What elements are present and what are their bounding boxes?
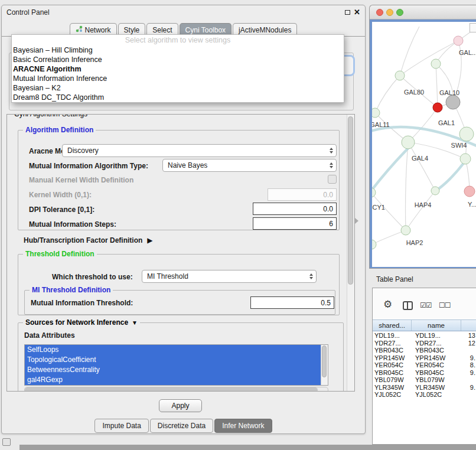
sources-legend: Sources for Network Inference <box>25 318 128 327</box>
network-node[interactable] <box>431 59 441 69</box>
tab-infer-network[interactable]: Infer Network <box>214 419 272 433</box>
network-node-hap4[interactable] <box>431 187 439 195</box>
dropdown-item-selected[interactable]: ARACNE Algorithm <box>12 64 344 74</box>
minimized-panel-icon[interactable] <box>2 438 11 446</box>
column-header-name[interactable]: name <box>412 320 461 331</box>
dropdown-item[interactable]: Dream8 DC_TDC Algorithm <box>12 93 344 102</box>
dpi-tolerance-label: DPI Tolerance [0,1]: <box>29 206 94 214</box>
network-canvas[interactable]: GAL... GAL80 GAL10 GAL11 GAL1 SWI4 GAL4 … <box>370 19 476 269</box>
mi-threshold-legend: MI Threshold Definition <box>30 286 113 294</box>
cell: YBR043C <box>373 347 412 354</box>
hub-definition-label: Hub/Transcription Factor Definition <box>24 236 142 244</box>
column-header-shared-name[interactable]: shared... <box>373 320 412 331</box>
scrollbar-thumb[interactable] <box>25 387 318 392</box>
table-row[interactable]: YDL19...YDL19...13 <box>373 332 476 340</box>
network-node[interactable] <box>464 186 475 197</box>
cell: YDR27... <box>373 340 412 347</box>
combo-stepper-icon <box>330 148 333 154</box>
list-horizontal-scrollbar[interactable] <box>24 387 328 392</box>
select-all-icon[interactable]: ☑☑ <box>420 301 432 309</box>
canvas-scrollbar[interactable] <box>470 23 476 32</box>
hub-definition-toggle[interactable]: Hub/Transcription Factor Definition ▶ <box>24 236 153 244</box>
dropdown-placeholder: Select algorithm to view settings <box>12 36 344 45</box>
mi-type-label: Mutual Information Algorithm Type: <box>29 162 148 170</box>
columns-icon[interactable] <box>403 301 413 310</box>
gear-icon[interactable]: ⚙ <box>383 298 392 311</box>
network-node-gcy1[interactable] <box>372 188 376 197</box>
control-panel-titlebar[interactable]: Control Panel ✕ <box>2 5 365 19</box>
dropdown-item[interactable]: Mutual Information Inference <box>12 74 344 83</box>
dropdown-item[interactable]: Basic Correlation Inference <box>12 55 344 64</box>
kernel-width-label: Kernel Width (0,1): <box>29 191 92 199</box>
dropdown-item[interactable]: Bayesian – Hill Climbing <box>12 45 344 55</box>
network-node[interactable] <box>372 240 376 249</box>
kernel-width-field[interactable] <box>268 188 337 201</box>
expanded-arrow-icon: ▼ <box>132 319 138 326</box>
network-node[interactable] <box>460 154 471 164</box>
threshold-definition-legend: Threshold Definition <box>23 250 97 258</box>
table-toolbar: ⚙ ☑☑ ☐☐ <box>373 288 476 319</box>
close-traffic-light[interactable] <box>376 9 383 16</box>
tab-discretize-data[interactable]: Discretize Data <box>150 419 213 433</box>
table-row[interactable]: YJL052CYJL052C <box>373 391 476 399</box>
tab-impute-data[interactable]: Impute Data <box>94 419 148 433</box>
control-panel-window: Control Panel ✕ Network Style Select Cyn… <box>1 5 366 434</box>
network-node-gal11[interactable] <box>372 108 380 118</box>
panel-splitter-arrow-icon[interactable] <box>355 218 358 224</box>
network-node[interactable] <box>454 36 463 45</box>
node-label: GAL11 <box>372 121 390 128</box>
which-threshold-combo[interactable]: MI Threshold <box>142 270 317 283</box>
table-row[interactable]: YLR345WYLR345W9. <box>373 384 476 392</box>
mi-steps-field[interactable] <box>253 217 337 230</box>
sources-toggle[interactable]: Sources for Network Inference ▼ <box>23 318 140 327</box>
table-row[interactable]: YDR27...YDR27...12 <box>373 340 476 347</box>
mi-type-combo[interactable]: Naive Bayes <box>162 159 337 172</box>
list-vertical-scrollbar[interactable] <box>321 345 328 385</box>
list-item[interactable]: SelfLoops <box>25 345 321 355</box>
minimize-traffic-light[interactable] <box>386 9 393 16</box>
close-icon[interactable]: ✕ <box>354 8 360 17</box>
network-node-selected[interactable] <box>433 103 442 112</box>
dropdown-item[interactable]: Bayesian – K2 <box>12 83 344 93</box>
column-header-partial[interactable] <box>461 320 476 331</box>
table-row[interactable]: YPR145WYPR145W9. <box>373 354 476 362</box>
cell: YBR045C <box>412 369 461 376</box>
zoom-traffic-light[interactable] <box>396 9 403 16</box>
table-panel-window: ⚙ ☑☑ ☐☐ shared... name YDL19...YDL19...1… <box>372 288 476 445</box>
table-header: shared... name <box>373 319 476 331</box>
scrollbar-thumb[interactable] <box>322 345 327 377</box>
table-row[interactable]: YBR045CYBR045C9. <box>373 369 476 377</box>
table-row[interactable]: YBR043CYBR043C <box>373 347 476 354</box>
node-label: Y... <box>468 201 476 208</box>
scrollbar-thumb[interactable] <box>348 116 353 285</box>
table-row[interactable]: YER054CYER054C8. <box>373 361 476 369</box>
list-item[interactable]: TopologicalCoefficient <box>25 355 321 365</box>
network-node-gal80[interactable] <box>395 71 405 80</box>
cell: 8. <box>461 361 476 369</box>
list-item[interactable]: gal4RGexp <box>25 375 321 385</box>
settings-vertical-scrollbar[interactable] <box>347 115 354 391</box>
manual-kernel-checkbox[interactable] <box>328 175 337 184</box>
node-label: GAL4 <box>412 155 428 162</box>
dpi-tolerance-field[interactable] <box>253 203 337 215</box>
table-body: YDL19...YDL19...13 YDR27...YDR27...12 YB… <box>373 332 476 399</box>
network-node-gal1[interactable] <box>459 127 474 141</box>
data-attributes-label: Data Attributes <box>24 331 75 340</box>
list-item[interactable]: BetweennessCentrality <box>25 365 321 375</box>
network-node-gal4[interactable] <box>402 136 415 149</box>
mi-steps-label: Mutual Information Steps: <box>29 220 116 229</box>
deselect-all-icon[interactable]: ☐☐ <box>439 301 451 309</box>
aracne-mode-combo[interactable]: Discovery <box>62 144 337 157</box>
cell: YPR145W <box>412 354 461 361</box>
network-graph: GAL... GAL80 GAL10 GAL11 GAL1 SWI4 GAL4 … <box>372 22 476 267</box>
mi-threshold-field[interactable] <box>250 296 334 309</box>
float-window-icon[interactable] <box>345 10 350 15</box>
network-node-hap2[interactable] <box>401 226 410 235</box>
cell: YBL079W <box>412 376 461 383</box>
cell: YDR27... <box>412 340 461 347</box>
apply-button[interactable]: Apply <box>159 399 202 412</box>
network-node-gal10[interactable] <box>446 95 460 109</box>
table-row[interactable]: YBL079WYBL079W <box>373 376 476 384</box>
cell: YLR345W <box>373 384 412 391</box>
network-window-titlebar[interactable] <box>370 5 476 19</box>
